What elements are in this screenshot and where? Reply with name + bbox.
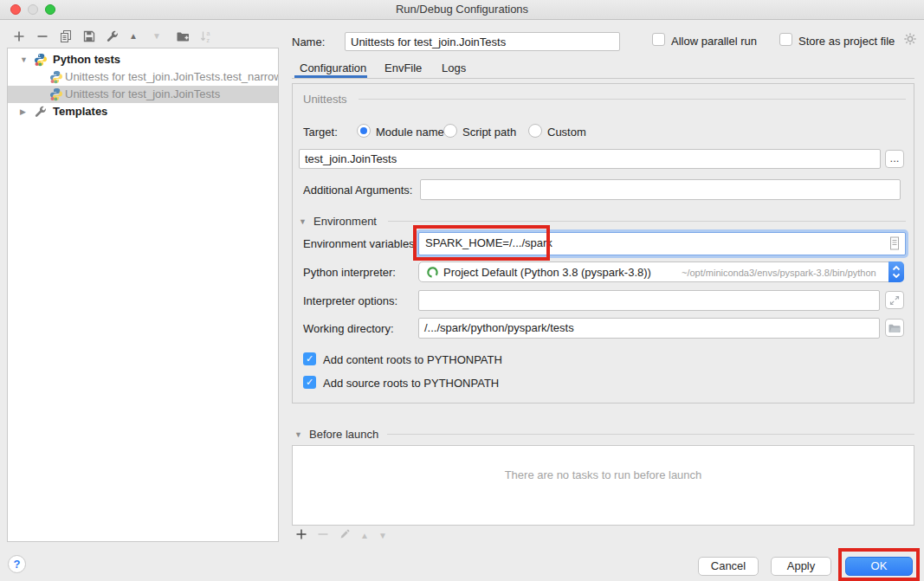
- python-tests-icon: [34, 53, 48, 68]
- before-launch-collapse-icon[interactable]: ▼: [294, 430, 302, 439]
- tab-configuration[interactable]: Configuration: [300, 61, 366, 74]
- tree-item-templates[interactable]: ▶ Templates: [8, 103, 278, 120]
- additional-arguments-input[interactable]: [420, 179, 901, 200]
- name-input[interactable]: [345, 32, 620, 51]
- svg-text:a: a: [207, 30, 210, 36]
- add-task-icon[interactable]: [295, 528, 307, 543]
- interpreter-options-label: Interpreter options:: [303, 294, 397, 307]
- add-content-roots-checkbox[interactable]: ✓: [303, 352, 316, 365]
- move-task-down-icon: ▼: [378, 531, 387, 540]
- tree-item-python-tests[interactable]: ▼ Python tests: [8, 51, 278, 68]
- environment-variables-label: Environment variables:: [303, 237, 417, 250]
- help-button[interactable]: ?: [8, 555, 26, 573]
- tab-logs[interactable]: Logs: [442, 61, 466, 74]
- python-test-config-icon: [49, 70, 63, 86]
- environment-variables-field[interactable]: SPARK_HOME=/.../spark: [418, 232, 906, 255]
- active-tab-underline: [294, 75, 367, 78]
- svg-text:z: z: [207, 37, 210, 43]
- tree-item-unittests-test-narrow[interactable]: Unittests for test_join.JoinTests.test_n…: [8, 68, 278, 86]
- gear-icon[interactable]: [903, 32, 917, 46]
- name-label: Name:: [292, 36, 325, 48]
- before-launch-label: Before launch: [309, 428, 378, 441]
- environment-variables-value: SPARK_HOME=/.../spark: [425, 236, 552, 249]
- browse-environment-variables-icon[interactable]: [889, 236, 900, 253]
- conda-environment-icon: [426, 266, 439, 281]
- unittests-group-rule: [359, 99, 906, 100]
- environment-group-rule: [388, 221, 906, 222]
- working-directory-input[interactable]: /.../spark/python/pyspark/tests: [418, 318, 880, 339]
- chevron-down-icon[interactable]: ▼: [20, 51, 28, 68]
- remove-task-icon: [317, 528, 329, 543]
- chevron-right-icon[interactable]: ▶: [20, 103, 26, 120]
- before-launch-rule: [387, 434, 914, 435]
- python-interpreter-select[interactable]: Project Default (Python 3.8 (pyspark-3.8…: [418, 261, 904, 282]
- save-icon[interactable]: [82, 29, 96, 43]
- edit-templates-wrench-icon[interactable]: [106, 29, 120, 43]
- templates-wrench-icon: [34, 105, 48, 120]
- run-debug-configurations-dialog: Run/Debug Configurations ▲ ▼ az ▼: [0, 0, 924, 581]
- environment-collapse-icon[interactable]: ▼: [299, 217, 307, 226]
- add-content-roots-label: Add content roots to PYTHONPATH: [323, 353, 502, 366]
- configurations-tree: ▼ Python tests Unittests for test_join.J…: [7, 48, 279, 542]
- before-launch-empty-text: There are no tasks to run before launch: [292, 468, 914, 481]
- target-label: Target:: [303, 126, 338, 139]
- tree-item-label[interactable]: Unittests for test_join.JoinTests.test_n…: [65, 68, 278, 86]
- environment-group-label: Environment: [313, 215, 377, 228]
- allow-parallel-run-label: Allow parallel run: [671, 35, 757, 48]
- title-bar: Run/Debug Configurations: [0, 0, 924, 20]
- tabs-separator: [292, 78, 914, 79]
- tree-item-unittests-jointests-selected[interactable]: Unittests for test_join.JoinTests: [8, 86, 278, 103]
- store-as-project-file-checkbox[interactable]: [779, 33, 792, 46]
- remove-icon[interactable]: [36, 29, 49, 43]
- sort-alphabetically-icon: az: [199, 29, 213, 43]
- tree-item-label[interactable]: Unittests for test_join.JoinTests: [65, 86, 220, 103]
- apply-button[interactable]: Apply: [771, 557, 831, 576]
- tree-item-label[interactable]: Python tests: [53, 51, 120, 68]
- add-icon[interactable]: [12, 29, 26, 43]
- browse-target-button[interactable]: ...: [885, 150, 904, 168]
- before-launch-toolbar: ▲ ▼: [295, 526, 387, 544]
- check-icon: ✓: [306, 353, 313, 364]
- python-test-config-icon: [49, 87, 63, 103]
- check-icon: ✓: [306, 377, 313, 387]
- move-down-icon: ▼: [152, 29, 166, 43]
- new-folder-icon[interactable]: [176, 29, 190, 43]
- tab-envfile[interactable]: EnvFile: [384, 61, 422, 74]
- cancel-button[interactable]: Cancel: [698, 557, 759, 576]
- select-stepper-icon[interactable]: [888, 261, 904, 282]
- additional-arguments-label: Additional Arguments:: [303, 184, 412, 197]
- target-custom-radio[interactable]: [528, 124, 542, 138]
- python-interpreter-value: Project Default (Python 3.8 (pyspark-3.8…: [443, 266, 651, 279]
- tree-item-label[interactable]: Templates: [53, 103, 107, 120]
- unittests-group-label: Unittests: [303, 93, 347, 106]
- python-interpreter-path: ~/opt/miniconda3/envs/pyspark-3.8/bin/py…: [682, 268, 876, 278]
- browse-folder-icon[interactable]: [885, 319, 904, 337]
- target-module-name-label[interactable]: Module name: [376, 126, 444, 139]
- configurations-toolbar: ▲ ▼ az: [12, 29, 213, 43]
- add-source-roots-label: Add source roots to PYTHONPATH: [323, 377, 499, 390]
- ok-button[interactable]: OK: [845, 557, 913, 576]
- target-module-input[interactable]: [299, 149, 881, 169]
- target-script-path-radio[interactable]: [443, 124, 457, 138]
- working-directory-label: Working directory:: [303, 322, 394, 335]
- window-title: Run/Debug Configurations: [0, 3, 924, 16]
- add-source-roots-checkbox[interactable]: ✓: [303, 376, 316, 389]
- store-as-project-file-label: Store as project file: [798, 35, 895, 48]
- move-up-icon[interactable]: ▲: [129, 29, 143, 43]
- allow-parallel-run-checkbox[interactable]: [652, 33, 665, 46]
- interpreter-options-input[interactable]: [418, 290, 880, 311]
- move-task-up-icon: ▲: [360, 531, 369, 540]
- target-module-name-radio[interactable]: [357, 124, 371, 138]
- target-custom-label[interactable]: Custom: [547, 126, 586, 139]
- expand-field-icon[interactable]: [885, 291, 904, 309]
- python-interpreter-label: Python interpreter:: [303, 266, 396, 279]
- before-launch-task-list[interactable]: [292, 445, 914, 526]
- copy-icon[interactable]: [59, 29, 73, 43]
- target-script-path-label[interactable]: Script path: [462, 126, 516, 139]
- edit-task-pencil-icon: [339, 528, 351, 543]
